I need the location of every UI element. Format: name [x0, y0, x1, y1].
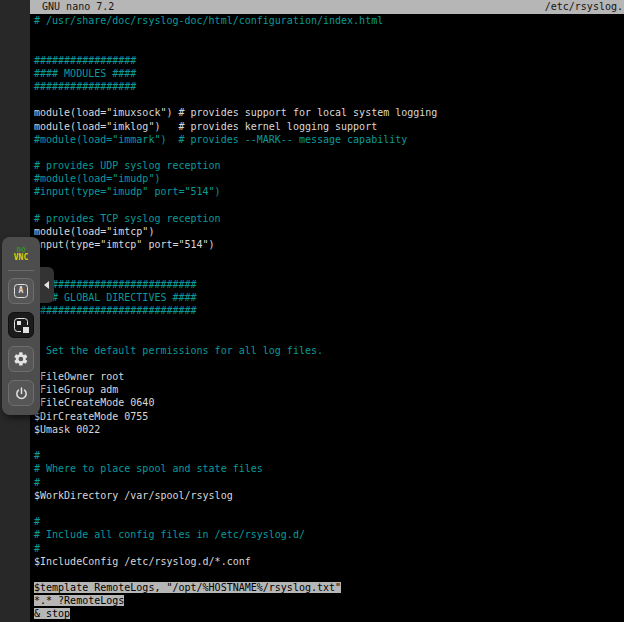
config-line: & stop — [34, 607, 624, 620]
novnc-logo: no VNC — [14, 246, 28, 262]
nano-filename: /etc/rsyslog. — [545, 0, 624, 14]
config-line: # provides TCP syslog reception — [34, 212, 624, 225]
config-line: $FileGroup adm — [34, 383, 624, 396]
settings-button[interactable] — [8, 346, 34, 372]
fullscreen-icon — [14, 318, 28, 332]
config-line: # Where to place spool and state files — [34, 462, 624, 475]
config-line: #### GLOBAL DIRECTIVES #### — [34, 291, 624, 304]
config-line: $IncludeConfig /etc/rsyslog.d/*.conf — [34, 555, 624, 568]
config-line: input(type="imtcp" port="514") — [34, 238, 624, 251]
config-line: module(load="imtcp") — [34, 225, 624, 238]
config-line: #module(load="imudp") — [34, 172, 624, 185]
config-line: $DirCreateMode 0755 — [34, 410, 624, 423]
config-line — [34, 568, 624, 581]
config-line: # Set the default permissions for all lo… — [34, 344, 624, 357]
config-line: ################# — [34, 54, 624, 67]
config-line — [34, 93, 624, 106]
config-line: ########################### — [34, 304, 624, 317]
config-line: #input(type="imudp" port="514") — [34, 185, 624, 198]
config-line: # — [34, 476, 624, 489]
vnc-terminal-screen[interactable]: GNU nano 7.2 /etc/rsyslog. # /usr/share/… — [30, 0, 624, 622]
keyboard-button[interactable]: A — [8, 278, 34, 304]
chevron-left-icon — [44, 281, 49, 289]
config-line — [34, 146, 624, 159]
config-line: #module(load="immark") # provides --MARK… — [34, 133, 624, 146]
config-line — [34, 317, 624, 330]
power-icon — [14, 386, 29, 401]
config-line: ################# — [34, 80, 624, 93]
nano-titlebar: GNU nano 7.2 /etc/rsyslog. — [30, 0, 624, 14]
config-line: *.* ?RemoteLogs — [34, 594, 624, 607]
power-button[interactable] — [8, 380, 34, 406]
config-line: $FileCreateMode 0640 — [34, 396, 624, 409]
novnc-logo-bottom: VNC — [14, 254, 28, 262]
config-line: # Include all config files in /etc/rsysl… — [34, 528, 624, 541]
config-line: # /usr/share/doc/rsyslog-doc/html/config… — [34, 14, 624, 27]
config-line: module(load="imklog") # provides kernel … — [34, 120, 624, 133]
config-line — [34, 199, 624, 212]
config-line: $WorkDirectory /var/spool/rsyslog — [34, 489, 624, 502]
config-line: # — [34, 542, 624, 555]
config-line: #### MODULES #### — [34, 67, 624, 80]
fullscreen-button[interactable] — [8, 312, 34, 338]
panel-divider — [8, 270, 34, 271]
novnc-control-bar: no VNC A — [2, 237, 40, 415]
config-line — [34, 27, 624, 40]
config-line — [34, 436, 624, 449]
config-line: $Umask 0022 — [34, 423, 624, 436]
config-line: # — [34, 449, 624, 462]
config-line — [34, 265, 624, 278]
config-line: module(load="imuxsock") # provides suppo… — [34, 106, 624, 119]
config-line: ########################### — [34, 278, 624, 291]
config-line: $FileOwner root — [34, 370, 624, 383]
config-line — [34, 502, 624, 515]
control-bar-handle[interactable] — [40, 267, 54, 303]
config-line: # — [34, 357, 624, 370]
keyboard-a-icon: A — [14, 284, 28, 298]
config-line: # — [34, 515, 624, 528]
nano-editor-content: # /usr/share/doc/rsyslog-doc/html/config… — [30, 14, 624, 621]
nano-version-title: GNU nano 7.2 — [30, 0, 114, 14]
config-line: $template RemoteLogs, "/opt/%HOSTNAME%/r… — [34, 581, 624, 594]
config-line — [34, 40, 624, 53]
config-line: # — [34, 331, 624, 344]
config-line — [34, 251, 624, 264]
config-line: # provides UDP syslog reception — [34, 159, 624, 172]
gear-icon — [13, 351, 29, 367]
